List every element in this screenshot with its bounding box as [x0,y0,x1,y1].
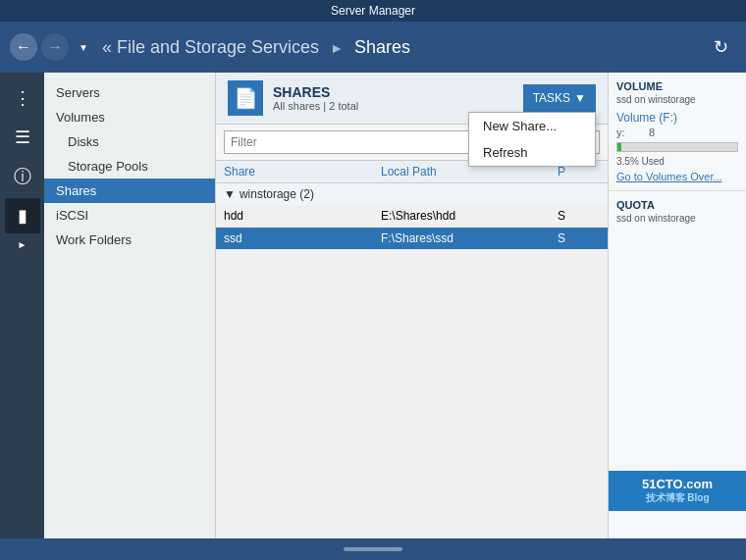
nav-item-storage-pools[interactable]: Storage Pools [44,154,215,178]
shares-list-section: 📄 SHARES All shares | 2 total TASKS ▼ Ne… [216,73,609,538]
status-bar [0,538,746,560]
quota-title: QUOTA [616,199,738,211]
app-title: Server Manager [331,4,415,18]
sidebar-icon-servers[interactable]: ☰ [5,120,40,155]
row-p-ssd: S [558,231,607,245]
nav-item-iscsi[interactable]: iSCSI [44,203,215,228]
nav-right: ↻ [705,31,736,63]
tasks-button[interactable]: TASKS ▼ [523,84,596,112]
volume-progress-label: 3.5% Used [616,156,738,167]
sidebar-expand-arrow[interactable]: ► [18,239,27,250]
right-panel: VOLUME ssd on winstorage Volume (F:) y: … [609,73,746,538]
shares-header-icon: 📄 [228,80,263,116]
nav-item-work-folders[interactable]: Work Folders [44,228,215,252]
breadcrumb: « File and Storage Services ► Shares [102,37,705,58]
nav-item-volumes[interactable]: Volumes [44,105,215,129]
shares-header: 📄 SHARES All shares | 2 total TASKS ▼ Ne… [216,73,608,125]
group-arrow: ▼ [224,187,236,201]
row-p-hdd: S [558,209,607,223]
nav-item-servers[interactable]: Servers [44,80,215,105]
nav-item-shares[interactable]: Shares [44,178,215,203]
status-bar-line [344,547,402,551]
tasks-new-share[interactable]: New Share... [469,113,595,139]
content-area: 📄 SHARES All shares | 2 total TASKS ▼ Ne… [216,73,746,538]
title-bar: Server Manager [0,0,746,22]
col-header-p[interactable]: P [558,165,607,178]
refresh-button[interactable]: ↻ [705,31,736,63]
row-localpath-hdd: E:\Shares\hdd [381,209,558,223]
table-row[interactable]: hdd E:\Shares\hdd S [216,205,608,228]
group-label: winstorage (2) [240,187,314,201]
shares-table: Share Local Path P ▼ winstorage (2) hdd … [216,161,608,538]
table-row[interactable]: ssd F:\Shares\ssd S [216,228,608,250]
tasks-refresh[interactable]: Refresh [469,139,595,166]
volume-detail: y: 8 [616,127,738,138]
nav-bar: ← → ▼ « File and Storage Services ► Shar… [0,22,746,73]
watermark-line2: 技术博客 Blog [616,491,738,505]
go-to-volumes-link[interactable]: Go to Volumes Over... [616,171,738,182]
row-share-ssd: ssd [224,231,381,245]
quota-section: QUOTA ssd on winstorage [609,191,746,231]
sidebar-icon-info[interactable]: ⓘ [5,159,40,194]
back-button[interactable]: ← [10,33,37,61]
volume-title: VOLUME [616,80,738,92]
sidebar-icon-storage[interactable]: ▮ [5,198,40,233]
left-nav: Servers Volumes Disks Storage Pools Shar… [44,73,216,538]
shares-title: SHARES [273,84,358,100]
volume-subtitle: ssd on winstorage [616,94,738,105]
volume-name: Volume (F:) [616,111,738,125]
row-localpath-ssd: F:\Shares\ssd [381,231,558,245]
row-share-hdd: hdd [224,209,381,223]
nav-item-disks[interactable]: Disks [44,129,215,154]
watermark: 51CTO.com 技术博客 Blog [609,471,746,511]
volume-section: VOLUME ssd on winstorage Volume (F:) y: … [609,73,746,191]
quota-subtitle: ssd on winstorage [616,213,738,224]
main-layout: ⋮ ☰ ⓘ ▮ ► Servers Volumes Disks Storage … [0,73,746,538]
shares-header-text: SHARES All shares | 2 total [273,84,358,112]
forward-button[interactable]: → [41,33,69,61]
tasks-area: TASKS ▼ New Share... Refresh [523,84,596,112]
table-group-winstorage: ▼ winstorage (2) [216,183,608,205]
sidebar-icon-dashboard[interactable]: ⋮ [5,80,40,116]
sidebar-icons: ⋮ ☰ ⓘ ▮ ► [0,73,44,538]
breadcrumb-item-2: Shares [354,37,410,57]
shares-panel: 📄 SHARES All shares | 2 total TASKS ▼ Ne… [216,73,746,538]
col-header-share[interactable]: Share [224,165,381,178]
shares-subtitle: All shares | 2 total [273,100,358,112]
nav-dropdown[interactable]: ▼ [75,33,92,61]
col-header-localpath[interactable]: Local Path [381,165,558,178]
volume-progress-bar [616,142,738,152]
volume-progress-fill [617,143,621,151]
breadcrumb-item-1[interactable]: « File and Storage Services [102,37,319,57]
tasks-dropdown-menu: New Share... Refresh [468,112,596,167]
watermark-line1: 51CTO.com [616,477,738,491]
